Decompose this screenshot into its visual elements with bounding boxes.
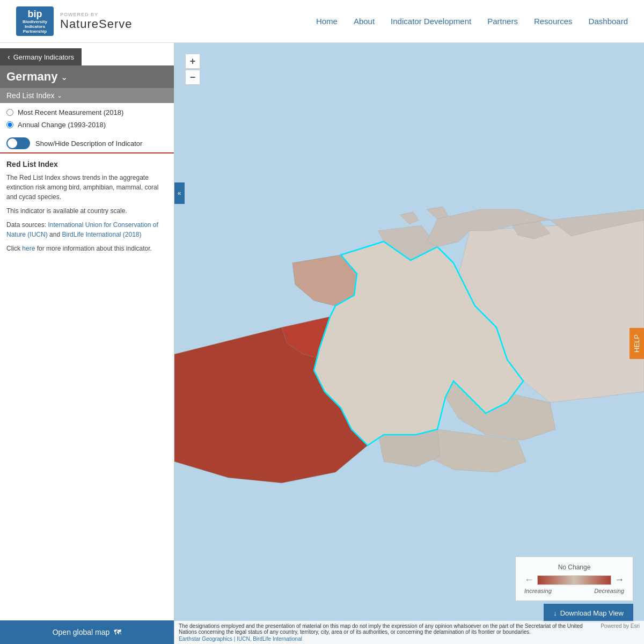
- map-area: + − « No Change ← → Increasing Decreasin…: [174, 43, 644, 644]
- country-selector[interactable]: Germany ⌄: [0, 65, 174, 88]
- download-label: Download Map View: [560, 609, 624, 617]
- footer-sources: Earthstar Geographics | IUCN, BirdLife I…: [179, 636, 640, 642]
- indicator-dropdown-arrow: ⌄: [57, 92, 62, 99]
- description-data-sources: Data sources: International Union for Co…: [6, 220, 167, 239]
- sidebar: ‹ Germany Indicators Germany ⌄ Red List …: [0, 43, 174, 644]
- bip-subtitle: BiodiversityIndicatorsPartnership: [23, 20, 47, 34]
- legend-gradient-bar: [537, 575, 611, 585]
- radio-annual-change[interactable]: Annual Change (1993-2018): [6, 121, 167, 129]
- country-name: Germany: [6, 70, 57, 84]
- radio-group: Most Recent Measurement (2018) Annual Ch…: [0, 103, 174, 134]
- description-click-here: Click here for more information about th…: [6, 244, 167, 253]
- legend-increasing-label: Increasing: [524, 588, 552, 594]
- radio-annual-change-input[interactable]: [6, 121, 13, 128]
- download-map-button[interactable]: ↓ Download Map View: [544, 604, 633, 623]
- header: bip BiodiversityIndicatorsPartnership PO…: [0, 0, 644, 43]
- zoom-controls: + −: [185, 54, 200, 85]
- back-button[interactable]: ‹ Germany Indicators: [0, 48, 82, 65]
- legend-no-change-label: No Change: [524, 564, 624, 571]
- indicator-name: Red List Index: [6, 91, 55, 100]
- map-footer: Powered by Esri The designations employe…: [174, 621, 644, 644]
- back-button-label: Germany Indicators: [13, 53, 74, 61]
- legend-decreasing-label: Decreasing: [594, 588, 624, 594]
- legend-gradient-row: ← →: [524, 574, 624, 586]
- radio-most-recent-label: Most Recent Measurement (2018): [18, 108, 123, 116]
- help-button[interactable]: HELP: [630, 328, 644, 359]
- esri-attribution: Powered by Esri: [601, 623, 640, 629]
- footer-disclaimer: The designations employed and the presen…: [179, 623, 640, 635]
- collapse-sidebar-button[interactable]: «: [174, 182, 185, 204]
- more-info-link[interactable]: here: [22, 245, 35, 252]
- zoom-in-button[interactable]: +: [185, 54, 200, 69]
- radio-most-recent[interactable]: Most Recent Measurement (2018): [6, 108, 167, 116]
- open-global-label: Open global map: [53, 628, 110, 636]
- description-title: Red List Index: [6, 160, 167, 169]
- map-svg: [174, 43, 644, 644]
- bip-text: bip: [23, 9, 47, 20]
- back-arrow: ‹: [8, 53, 10, 61]
- logo-area: bip BiodiversityIndicatorsPartnership PO…: [16, 6, 133, 36]
- description-panel: Red List Index The Red List Index shows …: [0, 152, 174, 620]
- main-content: ‹ Germany Indicators Germany ⌄ Red List …: [0, 43, 644, 644]
- zoom-out-button[interactable]: −: [185, 70, 200, 85]
- nav-dashboard[interactable]: Dashboard: [589, 17, 628, 26]
- indicator-selector[interactable]: Red List Index ⌄: [0, 88, 174, 103]
- and-text: and: [49, 231, 60, 238]
- legend-arrow-right: →: [614, 574, 624, 586]
- open-global-icon: 🗺: [114, 628, 121, 636]
- toggle-label: Show/Hide Description of Indicator: [35, 140, 142, 148]
- powered-by-area: POWERED BY NatureServe: [60, 12, 133, 31]
- powered-by-text: POWERED BY: [60, 12, 98, 17]
- nav-resources[interactable]: Resources: [534, 17, 573, 26]
- toggle-row: Show/Hide Description of Indicator: [0, 134, 174, 152]
- description-paragraph-2: This indicator is available at country s…: [6, 206, 167, 216]
- birdlife-link[interactable]: BirdLife International (2018): [62, 231, 141, 238]
- show-hide-toggle[interactable]: [6, 137, 30, 149]
- country-dropdown-arrow: ⌄: [61, 72, 68, 82]
- natureserve-logo: NatureServe: [60, 17, 133, 31]
- nav-about[interactable]: About: [354, 17, 375, 26]
- bip-logo: bip BiodiversityIndicatorsPartnership: [16, 6, 54, 36]
- nav-home[interactable]: Home: [316, 17, 338, 26]
- radio-most-recent-input[interactable]: [6, 109, 13, 116]
- legend-arrow-left: ←: [524, 574, 534, 586]
- description-paragraph-1: The Red List Index shows trends in the a…: [6, 173, 167, 202]
- nav-indicator-development[interactable]: Indicator Development: [391, 17, 471, 26]
- nav-partners[interactable]: Partners: [487, 17, 518, 26]
- download-icon: ↓: [553, 609, 557, 617]
- open-global-map-button[interactable]: Open global map 🗺: [0, 620, 174, 644]
- legend-labels: Increasing Decreasing: [524, 588, 624, 594]
- data-sources-prefix: Data sources:: [6, 221, 48, 229]
- main-nav: Home About Indicator Development Partner…: [316, 17, 628, 26]
- map-legend: No Change ← → Increasing Decreasing: [515, 557, 633, 601]
- radio-annual-change-label: Annual Change (1993-2018): [18, 121, 106, 129]
